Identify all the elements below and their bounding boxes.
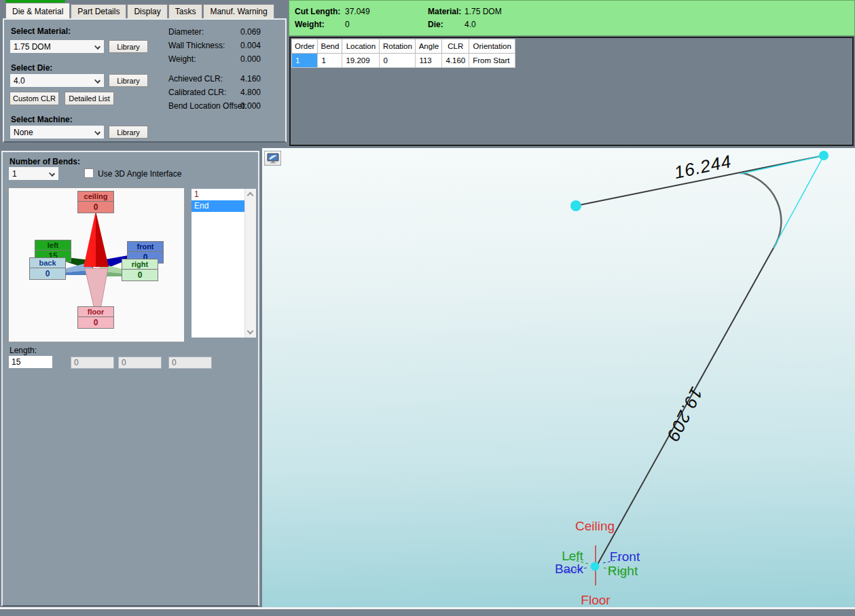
weight-label: Weight: (168, 54, 196, 64)
material-library-button[interactable]: Library (109, 40, 148, 53)
tab-strip: Die & Material Part Details Display Task… (5, 3, 275, 18)
use-3d-angle-checkbox[interactable] (84, 168, 94, 178)
select-machine-label: Select Machine: (11, 115, 73, 124)
chevron-down-icon (94, 77, 101, 84)
length-input[interactable] (8, 355, 53, 369)
material-label: Material: (428, 7, 461, 16)
tube-end-node[interactable] (570, 200, 581, 211)
weight-value: 0.000 (227, 54, 261, 64)
axis-label-ceiling: Ceiling (575, 519, 615, 534)
scroll-down-icon[interactable] (247, 328, 254, 335)
segment-listbox[interactable]: 1 End (191, 188, 257, 338)
cell-angle[interactable]: 113 (416, 54, 442, 68)
tube-drawing (262, 148, 855, 608)
calibrated-clr-value: 4.800 (227, 88, 261, 97)
chevron-down-icon (94, 43, 101, 50)
col-orientation[interactable]: Orientation (469, 39, 515, 54)
bend-location-offset-value: 0.000 (227, 101, 261, 111)
cell-clr[interactable]: 4.160 (442, 54, 469, 68)
rotation-compass-panel: ceiling 0 left 15 front 0 back 0 right 0… (8, 187, 185, 342)
compass-floor[interactable]: floor 0 (77, 306, 114, 329)
length-label: Length: (10, 346, 37, 355)
tab-tasks[interactable]: Tasks (168, 4, 203, 18)
calibrated-clr-label: Calibrated CLR: (168, 88, 226, 97)
cell-order[interactable]: 1 (292, 54, 318, 68)
status-bar (0, 609, 855, 616)
axis-label-floor: Floor (581, 593, 610, 608)
die-select[interactable]: 4.0 (10, 73, 105, 88)
tab-die-material[interactable]: Die & Material (5, 3, 70, 18)
detailed-list-button[interactable]: Detailed List (65, 92, 114, 105)
bend-table-panel: Order Bend Location Rotation Angle CLR O… (289, 37, 854, 146)
bend-table: Order Bend Location Rotation Angle CLR O… (291, 39, 515, 68)
die-material-panel: Select Material: 1.75 DOM Library Select… (3, 18, 287, 143)
length-input-2 (71, 357, 114, 369)
weight-value: 0 (345, 20, 350, 29)
col-clr[interactable]: CLR (442, 39, 469, 54)
3d-viewport[interactable]: 16.244 19.209 Ceiling Left Front Back Ri… (262, 148, 855, 608)
select-material-label: Select Material: (11, 26, 71, 36)
use-3d-angle-label: Use 3D Angle Interface (98, 169, 181, 179)
length-input-4 (168, 357, 212, 369)
weight-label: Weight: (295, 20, 325, 29)
die-library-button[interactable]: Library (109, 74, 148, 87)
material-select[interactable]: 1.75 DOM (10, 39, 105, 54)
axis-label-back: Back (555, 562, 583, 577)
chevron-down-icon (49, 170, 55, 177)
bend-table-header-row: Order Bend Location Rotation Angle CLR O… (292, 39, 515, 54)
cell-bend[interactable]: 1 (318, 54, 342, 68)
list-item[interactable]: 1 (192, 189, 244, 200)
compass-back[interactable]: back 0 (29, 257, 66, 280)
cut-length-value: 37.049 (345, 7, 370, 16)
listbox-scrollbar[interactable] (244, 189, 256, 338)
achieved-clr-value: 4.160 (227, 74, 261, 84)
machine-library-button[interactable]: Library (109, 126, 148, 139)
select-die-label: Select Die: (11, 63, 52, 73)
col-rotation[interactable]: Rotation (380, 39, 416, 54)
col-location[interactable]: Location (342, 39, 380, 54)
cell-rotation[interactable]: 0 (380, 54, 416, 68)
part-summary-bar: Cut Length: 37.049 Weight: 0 Material: 1… (289, 0, 855, 36)
col-order[interactable]: Order (292, 39, 318, 54)
cell-orientation[interactable]: From Start (469, 54, 515, 68)
diameter-value: 0.069 (227, 27, 261, 37)
cell-location[interactable]: 19.209 (342, 54, 380, 68)
tab-manuf-warning[interactable]: Manuf. Warning (203, 4, 274, 18)
tube-start-node[interactable] (591, 562, 600, 571)
wall-thickness-label: Wall Thickness: (168, 41, 225, 50)
material-value: 1.75 DOM (465, 7, 502, 16)
die-label: Die: (428, 20, 443, 29)
compass-right[interactable]: right 0 (122, 259, 158, 281)
machine-select[interactable]: None (10, 125, 105, 139)
die-value: 4.0 (465, 20, 476, 29)
axis-label-right: Right (608, 564, 638, 579)
axis-label-front: Front (610, 549, 640, 564)
tab-display[interactable]: Display (127, 4, 167, 18)
compass-ceiling[interactable]: ceiling 0 (77, 191, 114, 213)
bend-controls-panel: Number of Bends: 1 Use 3D Angle Interfac… (1, 151, 259, 606)
achieved-clr-label: Achieved CLR: (168, 74, 223, 84)
number-of-bends-select[interactable]: 1 (8, 166, 59, 181)
number-of-bends-label: Number of Bends: (10, 157, 80, 166)
col-bend[interactable]: Bend (318, 39, 342, 54)
wall-thickness-value: 0.004 (227, 41, 261, 50)
list-item-selected[interactable]: End (192, 200, 244, 212)
diameter-label: Diameter: (168, 27, 204, 37)
length-input-3 (118, 357, 162, 369)
chevron-down-icon (94, 129, 101, 135)
tab-part-details[interactable]: Part Details (71, 4, 126, 18)
table-row: 1 1 19.209 0 113 4.160 From Start (292, 54, 515, 68)
scroll-up-icon[interactable] (247, 192, 254, 199)
col-angle[interactable]: Angle (416, 39, 442, 54)
custom-clr-button[interactable]: Custom CLR (10, 92, 59, 105)
cut-length-label: Cut Length: (295, 7, 340, 16)
view-mode-button[interactable] (264, 151, 281, 166)
monitor-icon (267, 153, 279, 164)
bend-apex-node[interactable] (819, 151, 829, 160)
